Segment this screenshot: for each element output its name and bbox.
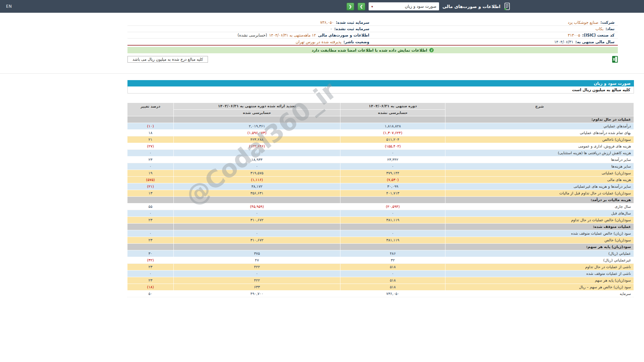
row-change-percent <box>127 244 174 250</box>
unregistered-capital-cell: سرمایه ثبت نشده: ۰ <box>127 26 373 31</box>
row-value-current <box>340 197 445 203</box>
row-value-prior: ۶۳۳ <box>174 284 340 291</box>
report-period-label: اطلاعات و صورت‌های مالی <box>318 33 369 38</box>
row-value-prior <box>174 244 340 250</box>
issuer-status-label: وضعیت ناشر: <box>343 40 369 44</box>
row-value-prior: (۱,۱۱۶) <box>174 177 340 183</box>
table-row: درآمدهاي عملياتي۱,۸۱۸,۸۲۸۲,۰۱۹,۳۶۱(۱۰) <box>127 123 634 130</box>
row-change-percent <box>127 224 174 230</box>
company-info-row: کد صنعت (ISIC): ۳۱۳۰۰۵ اطلاعات و صورت‌ها… <box>127 32 618 39</box>
row-value-prior: ۰ <box>174 230 340 237</box>
statement-section: صورت سود و زیان کلیه مبالغ به میلیون ریا… <box>127 80 634 297</box>
nav-arrow-right-button[interactable]: ❯ <box>358 3 365 10</box>
row-value-prior: ۳۷۵ <box>174 250 340 257</box>
row-value-prior <box>174 197 340 203</box>
row-value-prior: ۳۱۹,۵۷۵ <box>174 170 340 177</box>
section-header-row: عملیات متوقف شده: <box>127 224 634 230</box>
row-value-prior: (۴۵,۹۵۹) <box>174 203 340 210</box>
row-label: عملیات متوقف شده: <box>445 224 634 230</box>
row-change-percent: (۵۷۵) <box>127 177 174 183</box>
signature-match-banner: i اطلاعات نمایش داده شده با اطلاعات امضا… <box>127 47 618 53</box>
row-value-current: ۱,۸۱۸,۸۲۸ <box>340 123 445 130</box>
row-label: سود(زیان) عملیاتی <box>445 170 634 177</box>
row-label: ناشی از عملیات متوقف شده <box>445 270 634 277</box>
table-row: سال جاری(۲۰,۵۹۴)(۴۵,۹۵۹)۵۵ <box>127 203 634 210</box>
row-value-prior: ۰ <box>174 270 340 277</box>
table-row: سود (زیان) خالص هر سهم – ریال۵۱۸۶۳۳(۱۸) <box>127 284 634 291</box>
company-info-row: شرکت: صنایع جوشکاب یزد سرمایه ثبت شده: ۷… <box>127 19 618 26</box>
fiscal-year-label: سال مالی منتهی به: <box>575 40 614 44</box>
row-label: بهای تمام شده درآمدهای عملیاتی <box>445 130 634 136</box>
company-info-row: سال مالی منتهی به: ۱۴۰۴/۰۶/۳۱ وضعیت ناشر… <box>127 39 618 45</box>
row-value-current: ۳۸۱,۱۱۹ <box>340 217 445 224</box>
table-row: هزینه کاهش ارزش دریافتنی ها (هزینه استثن… <box>127 150 634 157</box>
row-change-percent: ۱۳ <box>127 190 174 197</box>
row-label: سرمایه <box>445 291 634 297</box>
row-change-percent: ۲۳ <box>127 237 174 244</box>
row-label: هزینه کاهش ارزش دریافتنی ها (هزینه استثن… <box>445 150 634 157</box>
unregistered-capital-value: ۰ <box>330 26 332 31</box>
row-value-prior: ۰ <box>174 210 340 217</box>
row-change-percent: (۲۱) <box>127 183 174 190</box>
isic-value: ۳۱۳۰۰۵ <box>568 33 580 38</box>
row-change-percent: ۲۳ <box>127 277 174 284</box>
report-type-select[interactable]: صورت سود و زیان ▾ <box>369 2 439 10</box>
row-value-prior: ۴۲۲ <box>174 277 340 284</box>
table-row: سود(زیان) پایه هر سهم۵۱۸۴۲۲۲۳ <box>127 277 634 284</box>
ticker-value: بکاب <box>595 26 603 31</box>
statement-title-bar: صورت سود و زیان <box>127 80 634 86</box>
row-label: سود(زیان) خالص <box>445 237 634 244</box>
topbar-main-group: اطلاعات و صورت‌های مالی صورت سود و زیان … <box>346 2 511 10</box>
page-title: اطلاعات و صورت‌های مالی <box>442 4 500 9</box>
units-note-box: کلیه مبالغ درج شده به میلیون ریال می باش… <box>127 56 208 63</box>
row-value-current: ۳۷۹,۱۴۴ <box>340 170 445 177</box>
row-value-prior: ۰ <box>174 163 340 170</box>
row-value-current: ۵۱۸ <box>340 284 445 291</box>
row-change-percent: (۲۷) <box>127 143 174 150</box>
table-row: سال‌های قبل۰۰۰ <box>127 210 634 217</box>
row-change-percent: ۰ <box>127 210 174 217</box>
row-change-percent <box>127 116 174 123</box>
row-value-prior: ۳۸,۱۷۲ <box>174 183 340 190</box>
report-period-suffix: (حسابرسی نشده) <box>237 33 267 38</box>
table-row: غیرعملیاتي (ریال)۳۲۴۷(۳۲) <box>127 257 634 264</box>
column-subheader-unaudited: حسابرسی نشده <box>340 110 445 116</box>
row-value-prior: ۳۵۶,۶۳۱ <box>174 190 340 197</box>
row-value-prior: ۴۷ <box>174 257 340 264</box>
row-change-percent: ۰ <box>127 150 174 157</box>
report-period-value: ۱۲ ماهه‌منتهی به ۱۴۰۴/۰۶/۳۱ <box>269 33 316 38</box>
row-label: سود(زیان) عملیات در حال تداوم قبل از مال… <box>445 190 634 197</box>
nav-arrow-left-button[interactable]: ❮ <box>346 3 354 10</box>
row-label: سود(زیان) پایه هر سهم <box>445 277 634 284</box>
row-value-current: ۰ <box>340 210 445 217</box>
row-label: ناشی از عملیات در حال تداوم <box>445 264 634 270</box>
language-en-link[interactable]: EN <box>6 4 12 9</box>
row-value-prior: (۱,۵۹۶,۰۷۳) <box>174 130 340 136</box>
ticker-label: نماد: <box>605 26 614 31</box>
column-header-description: شرح <box>445 103 634 116</box>
issuer-status-cell: وضعیت ناشر: پذیرفته شده در بورس تهران <box>127 40 373 44</box>
section-header-row: عملیات در حال تداوم: <box>127 116 634 123</box>
excel-export-icon[interactable] <box>612 56 618 63</box>
company-name-label: شرکت: <box>600 20 614 25</box>
isic-label: کد صنعت (ISIC): <box>582 33 614 38</box>
row-value-current: ۷۳۶,۰۵۰ <box>340 291 445 297</box>
row-value-prior: ۴۲۲ <box>174 264 340 270</box>
profit-loss-table: شرح دوره منتهی به ۱۴۰۴/۰۶/۳۱ تجدید ارائه… <box>127 103 634 297</box>
row-change-percent: ۰ <box>127 230 174 237</box>
row-value-current: ۰ <box>340 150 445 157</box>
topbar: اطلاعات و صورت‌های مالی صورت سود و زیان … <box>0 0 644 13</box>
column-header-current-period: دوره منتهی به ۱۴۰۴/۰۶/۳۱ <box>340 103 445 110</box>
row-value-current: ۵۱۸ <box>340 264 445 270</box>
report-select-value: صورت سود و زیان <box>405 4 436 9</box>
table-row: سود(زیان) خالص۳۸۱,۱۱۹۳۱۰,۶۷۲۲۳ <box>127 237 634 244</box>
row-value-prior: ۳۱۰,۶۷۲ <box>174 217 340 224</box>
row-value-current: ۳۸۱,۱۱۹ <box>340 237 445 244</box>
chevron-down-icon: ▾ <box>371 5 373 8</box>
ticker-cell: نماد: بکاب <box>373 26 618 31</box>
row-value-current: ۴۰۱,۷۱۳ <box>340 190 445 197</box>
row-value-prior <box>174 116 340 123</box>
row-value-current <box>340 116 445 123</box>
row-change-percent: ۲۳ <box>127 157 174 163</box>
info-icon: i <box>429 48 434 52</box>
